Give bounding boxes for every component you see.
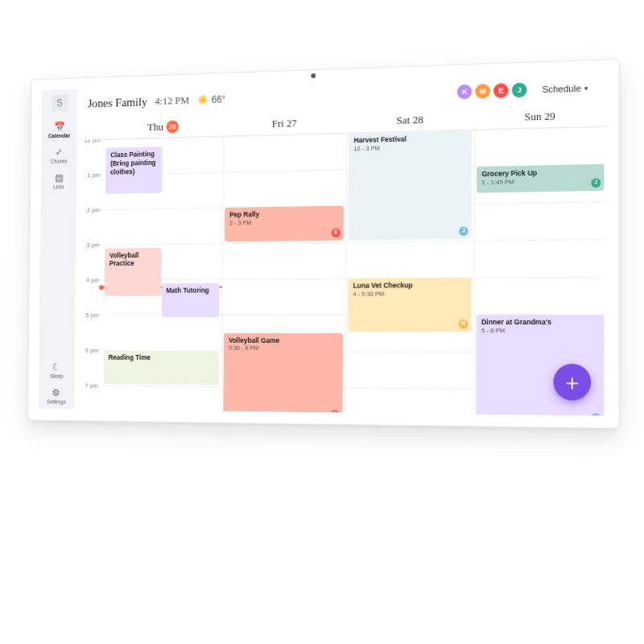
nav-calendar[interactable]: 📅Calendar bbox=[48, 118, 71, 143]
event-title: Volleyball Game bbox=[229, 336, 338, 345]
event-time: 5:30 - 8 PM bbox=[229, 345, 338, 353]
event-time: 12 - 3 PM bbox=[353, 142, 466, 152]
sun-icon: ☀️ bbox=[197, 94, 208, 105]
event[interactable]: Dinner at Grandma's5 - 8 PMJ bbox=[476, 315, 604, 416]
event-title: Class Painting (Bring painting clothes) bbox=[110, 150, 159, 175]
sleep-icon: ☾ bbox=[47, 362, 66, 372]
add-event-button[interactable]: ＋ bbox=[553, 364, 591, 401]
event[interactable]: Volleyball Practice bbox=[105, 247, 162, 295]
nav-sleep[interactable]: ☾Sleep bbox=[47, 357, 67, 383]
event-member-badge: M bbox=[459, 319, 468, 328]
brand-logo[interactable]: S bbox=[52, 94, 68, 112]
member-j[interactable]: J bbox=[512, 82, 527, 97]
settings-icon: ⚙ bbox=[47, 388, 65, 398]
day-header[interactable]: Sun 29 bbox=[474, 103, 606, 129]
hour-label: 4 pm bbox=[86, 276, 100, 283]
clock-time: 4:12 PM bbox=[155, 94, 189, 108]
family-name: Jones Family bbox=[88, 95, 147, 110]
member-m[interactable]: M bbox=[475, 84, 490, 99]
event-time: 1 - 1:45 PM bbox=[481, 176, 598, 186]
member-k[interactable]: K bbox=[457, 85, 473, 100]
hour-label: 3 pm bbox=[86, 242, 100, 249]
event-time: 4 - 5:30 PM bbox=[353, 290, 466, 298]
event-title: Math Tutoring bbox=[166, 286, 215, 295]
event[interactable]: Luna Vet Checkup4 - 5:30 PMM bbox=[348, 278, 471, 332]
event[interactable]: Reading Time bbox=[104, 350, 219, 385]
hour-label: 5 pm bbox=[85, 312, 99, 319]
event-title: Dinner at Grandma's bbox=[481, 318, 599, 327]
temperature: 66° bbox=[212, 93, 226, 105]
hour-label: 2 pm bbox=[87, 206, 101, 213]
nav-lists[interactable]: ▤Lists bbox=[47, 168, 70, 194]
camera-dot bbox=[311, 73, 316, 78]
weather[interactable]: ☀️ 66° bbox=[197, 93, 226, 105]
event-member-badge: E bbox=[332, 229, 341, 237]
day-header[interactable]: Fri 27 bbox=[223, 111, 347, 136]
nav-chores[interactable]: ✓Chores bbox=[47, 142, 70, 168]
lists-icon: ▤ bbox=[47, 173, 70, 183]
event-title: Luna Vet Checkup bbox=[353, 281, 466, 290]
today-badge: 26 bbox=[167, 120, 179, 133]
event-title: Grocery Pick Up bbox=[481, 167, 598, 179]
event-title: Reading Time bbox=[109, 353, 215, 362]
screen: S 📅Calendar✓Chores▤Lists ☾Sleep⚙Settings… bbox=[39, 72, 607, 416]
smart-display-device: S 📅Calendar✓Chores▤Lists ☾Sleep⚙Settings… bbox=[28, 60, 619, 428]
event-member-badge: J bbox=[591, 413, 601, 415]
calendar-grid[interactable]: 12 pm1 pm2 pm3 pm4 pm5 pm6 pm7 pm Class … bbox=[74, 126, 607, 416]
sidebar: S 📅Calendar✓Chores▤Lists ☾Sleep⚙Settings bbox=[39, 89, 77, 410]
event[interactable]: Harvest Festival12 - 3 PMJ bbox=[349, 130, 472, 240]
event-member-badge: J bbox=[459, 227, 468, 236]
day-header[interactable]: Sat 28 bbox=[346, 107, 474, 133]
member-e[interactable]: E bbox=[493, 83, 509, 98]
event-member-badge: E bbox=[330, 411, 339, 416]
schedule-dropdown[interactable]: Schedule ▾ bbox=[535, 80, 595, 97]
event[interactable]: Pep Rally2 - 3 PME bbox=[225, 206, 344, 242]
calendar-icon: 📅 bbox=[48, 122, 71, 131]
hour-label: 7 pm bbox=[85, 382, 98, 389]
event[interactable]: Grocery Pick Up1 - 1:45 PMJ bbox=[477, 164, 604, 193]
event[interactable]: Class Painting (Bring painting clothes) bbox=[105, 147, 163, 194]
event-title: Harvest Festival bbox=[353, 134, 466, 145]
chevron-down-icon: ▾ bbox=[584, 85, 588, 92]
family-members: KMEJ bbox=[457, 82, 527, 99]
event[interactable]: Math Tutoring bbox=[161, 283, 219, 316]
time-gutter: 12 pm1 pm2 pm3 pm4 pm5 pm6 pm7 pm bbox=[74, 139, 104, 410]
event-columns[interactable]: Class Painting (Bring painting clothes)V… bbox=[101, 126, 606, 416]
nav-settings[interactable]: ⚙Settings bbox=[47, 383, 66, 409]
day-header[interactable]: Thu26 bbox=[104, 114, 223, 138]
hour-label: 6 pm bbox=[85, 346, 99, 353]
event[interactable]: Volleyball Game5:30 - 8 PME bbox=[223, 332, 343, 416]
event-member-badge: J bbox=[591, 178, 601, 188]
event-time: 5 - 8 PM bbox=[481, 327, 599, 335]
event-title: Volleyball Practice bbox=[109, 250, 158, 267]
main: Jones Family 4:12 PM ☀️ 66° KMEJ Schedul… bbox=[74, 72, 607, 416]
hour-label: 1 pm bbox=[87, 171, 101, 179]
chores-icon: ✓ bbox=[48, 147, 71, 157]
event-time: 2 - 3 PM bbox=[229, 217, 339, 226]
